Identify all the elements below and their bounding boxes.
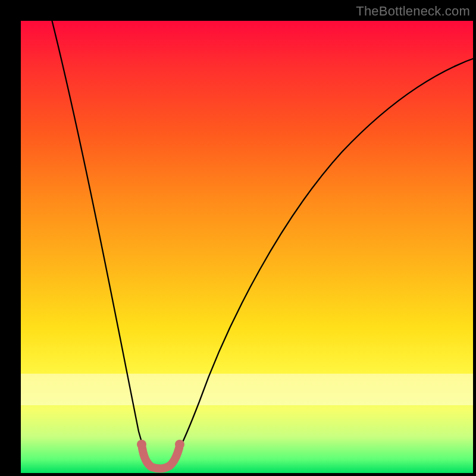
curve-left-branch bbox=[51, 15, 152, 464]
watermark-text: TheBottleneck.com bbox=[356, 4, 470, 19]
curve-layer bbox=[21, 21, 473, 473]
valley-dot-left bbox=[137, 440, 146, 449]
valley-dot-right bbox=[175, 440, 184, 449]
chart-frame: TheBottleneck.com bbox=[0, 0, 476, 476]
valley-marker bbox=[142, 448, 179, 469]
curve-right-branch bbox=[171, 57, 476, 464]
